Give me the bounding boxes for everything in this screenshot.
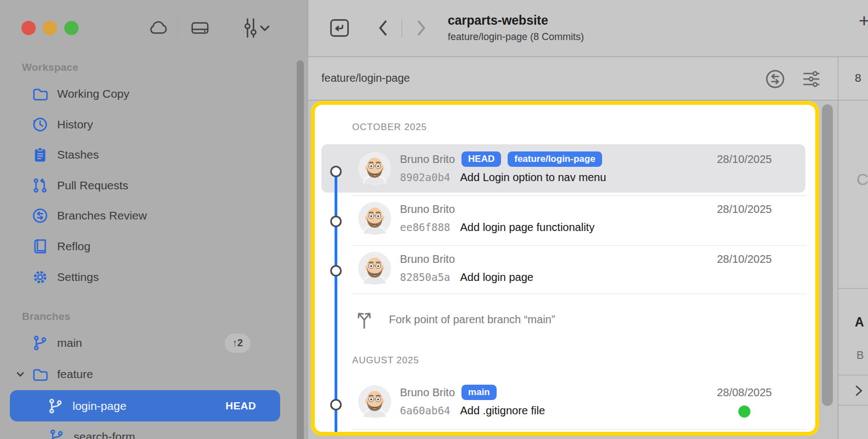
repo-subtitle: feature/login-page (8 Commits) (448, 31, 584, 43)
sidebar-item-reflog[interactable]: Reflog (0, 231, 297, 262)
branch-label: search-form (74, 430, 135, 439)
sidebar-item-label: Working Copy (57, 87, 130, 100)
branch-label: main (57, 336, 82, 350)
close-window-button[interactable] (21, 21, 36, 35)
avatar (358, 201, 392, 235)
zoom-window-button[interactable] (64, 21, 79, 35)
fork-point-text: Fork point of parent branch “main” (389, 313, 555, 326)
sidebar-item-pull-requests[interactable]: Pull Requests (0, 170, 297, 201)
build-status-indicator (738, 406, 750, 418)
commit-hash: 82850a5a (400, 271, 450, 283)
sidebar: Workspace Working Copy History Stashes (0, 0, 308, 439)
git-branch-icon (47, 398, 64, 414)
branch-label: login-page (73, 399, 126, 413)
filter-options-icon[interactable] (800, 68, 822, 90)
branches-section-header: Branches (22, 311, 70, 323)
current-branch-label: feature/login-page (321, 72, 410, 85)
sidebar-item-label: Stashes (57, 148, 99, 161)
minimize-window-button[interactable] (43, 21, 57, 35)
commit-message: Add Login option to nav menu (460, 171, 607, 184)
compare-arrows-icon (32, 207, 48, 224)
commit-date: 28/10/2025 (717, 253, 772, 266)
workspace-section-header: Workspace (22, 61, 79, 74)
commit-message: Add login page (460, 271, 533, 284)
chevron-down-icon[interactable] (258, 24, 271, 33)
details-partial-text: C (856, 170, 868, 189)
sidebar-item-settings[interactable]: Settings (0, 262, 297, 292)
commit-author: Bruno Brito (400, 386, 455, 399)
commit-author: Bruno Brito (400, 203, 455, 216)
commit-author: Bruno Brito (400, 153, 455, 166)
commit-count-partial: 8 (855, 71, 861, 85)
toolbar-divider (177, 18, 178, 38)
ahead-count-badge: ↑2 (225, 334, 251, 353)
gear-icon (32, 269, 48, 285)
open-repository-icon[interactable] (327, 16, 352, 40)
sidebar-branch-main[interactable]: main ↑2 (0, 328, 297, 358)
fork-icon (353, 307, 376, 331)
sidebar-branch-folder-feature[interactable]: feature (0, 359, 297, 390)
git-branch-icon (48, 429, 65, 439)
branch-badge[interactable]: main (461, 385, 497, 400)
branch-badge[interactable]: feature/login-page (508, 151, 602, 167)
add-icon[interactable]: + (859, 10, 868, 31)
folder-icon (32, 86, 48, 102)
history-clock-icon (32, 116, 48, 133)
chevron-right-icon[interactable] (853, 384, 865, 397)
commit-date: 28/10/2025 (717, 203, 772, 216)
commit-row[interactable]: Bruno Brito 28/10/2025 ee86f888 Add logi… (321, 194, 805, 243)
book-icon (32, 238, 48, 255)
avatar (358, 251, 392, 285)
commit-row[interactable]: Bruno Brito 28/10/2025 82850a5a Add logi… (321, 244, 805, 292)
sidebar-scrollbar[interactable] (297, 60, 304, 439)
clipboard-icon (32, 147, 48, 163)
sidebar-item-stashes[interactable]: Stashes (0, 139, 297, 170)
branch-folder-label: feature (57, 368, 93, 381)
repo-header: carparts-website feature/login-page (8 C… (448, 13, 584, 43)
month-header-october: OCTOBER 2025 (352, 122, 427, 133)
commit-author: Bruno Brito (400, 253, 455, 266)
compare-branch-icon[interactable] (765, 69, 786, 89)
commit-message: Add login page functionality (460, 221, 595, 234)
month-header-august: AUGUST 2025 (352, 355, 419, 366)
sidebar-item-label: Pull Requests (57, 179, 129, 192)
row-divider (352, 429, 806, 430)
cloud-icon[interactable] (146, 17, 169, 39)
repo-title: carparts-website (448, 13, 584, 29)
commit-row[interactable]: Bruno Brito main 28/08/2025 6a60ab64 Add… (321, 378, 805, 426)
head-badge[interactable]: HEAD (461, 151, 501, 167)
sidebar-item-history[interactable]: History (0, 109, 297, 140)
commit-row[interactable]: Bruno Brito HEAD feature/login-page 28/1… (321, 144, 805, 193)
details-divider (838, 375, 868, 375)
commit-date: 28/10/2025 (717, 153, 772, 166)
pull-request-icon (32, 177, 48, 194)
commit-message: Add .gitignore file (460, 404, 546, 417)
folder-icon (32, 366, 48, 382)
avatar (358, 151, 392, 185)
sidebar-branch-search-form[interactable]: search-form (0, 421, 297, 439)
sidebar-branch-login-page-selected[interactable]: login-page HEAD (10, 390, 280, 421)
back-chevron-icon[interactable] (376, 19, 390, 37)
head-indicator: HEAD (226, 400, 256, 412)
details-author-partial: B (856, 349, 864, 362)
sidebar-item-label: Reflog (57, 240, 91, 253)
commit-list-scrollbar[interactable] (822, 104, 833, 406)
avatar (358, 385, 392, 419)
git-branch-icon (32, 335, 48, 351)
external-drive-icon[interactable] (188, 17, 212, 39)
sidebar-item-working-copy[interactable]: Working Copy (0, 78, 297, 109)
nav-divider (402, 19, 402, 37)
sidebar-item-label: History (57, 118, 93, 131)
commit-hash: 6a60ab64 (400, 404, 450, 417)
sidebar-item-label: Settings (57, 271, 99, 284)
sidebar-item-branches-review[interactable]: Branches Review (0, 200, 297, 231)
main-toolbar (308, 0, 868, 57)
commit-hash: 8902a0b4 (400, 171, 450, 183)
chevron-down-icon[interactable] (14, 368, 26, 380)
row-divider (352, 294, 806, 294)
sidebar-item-label: Branches Review (57, 209, 147, 222)
fork-point-row: Fork point of parent branch “main” (353, 306, 803, 333)
commit-hash: ee86f888 (400, 221, 450, 233)
details-divider (838, 288, 868, 289)
forward-chevron-icon[interactable] (414, 19, 429, 37)
